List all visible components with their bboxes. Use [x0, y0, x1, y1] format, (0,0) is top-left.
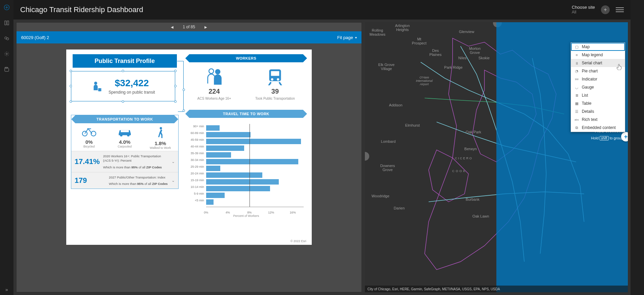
right-scroll-gutter	[631, 0, 644, 295]
chart-xlabel: Percent of Workers	[185, 214, 307, 218]
chart-category-label: 20-24 min	[185, 172, 204, 175]
report-page: Public Transit Profile $32,422 Spending …	[66, 50, 312, 245]
rail-add-icon[interactable]	[3, 3, 11, 11]
bicycle-icon	[81, 127, 97, 137]
menu-item-map-legend[interactable]: ≡Map legend	[571, 51, 625, 59]
map-label: Berwyn	[464, 147, 477, 151]
map-label: O'Hare International Airport	[416, 76, 433, 86]
map-label: Mt Prospect	[412, 37, 426, 45]
menu-item-map[interactable]: ▢Map	[571, 43, 625, 51]
chart-bar	[206, 199, 214, 205]
stat-row-2[interactable]: 179 2027 Public/Other Transportation: In…	[71, 172, 178, 189]
report-viewport[interactable]: Public Transit Profile $32,422 Spending …	[16, 43, 362, 292]
chart-bar	[206, 139, 301, 144]
chart-bar	[206, 145, 244, 151]
menu-item-table[interactable]: ▦Table	[571, 99, 625, 107]
car-label: Carpooled	[107, 145, 142, 148]
legend-icon: ≡	[574, 53, 579, 57]
svg-rect-3	[5, 21, 6, 25]
map-label: Burbank	[466, 197, 480, 201]
workers-row: 224 ACS Workers Age 16+ 39 Took Public T…	[185, 66, 307, 100]
map-label: Addison	[389, 103, 403, 107]
site-selector[interactable]: Choose site All	[572, 5, 595, 14]
menu-item-gauge[interactable]: ◡Gauge	[571, 83, 625, 91]
svg-point-9	[94, 82, 97, 85]
chart-bar	[206, 193, 225, 198]
expand-icon[interactable]: ⌄	[172, 159, 175, 164]
site-selector-label: Choose site	[572, 5, 595, 10]
map-label: COOK	[452, 170, 467, 173]
pager-prev-icon[interactable]: ◀	[171, 25, 174, 29]
fit-page-label: Fit page	[337, 35, 353, 40]
pie-chart-icon: ◔	[574, 69, 579, 73]
map-label: Niles	[458, 56, 466, 60]
svg-point-20	[215, 69, 221, 74]
map-label: Arlington Heights	[395, 24, 410, 32]
report-zip-label: 60029 (Golf) 2	[21, 35, 49, 40]
shift-hint: Hold shift to group	[591, 136, 623, 140]
map-icon: ▢	[574, 44, 579, 49]
spending-card: $32,422 Spending on public transit	[71, 71, 175, 101]
acs-value: 224	[197, 88, 231, 95]
expand-icon[interactable]: ⌄	[172, 178, 175, 183]
map-label: Des Plaines	[429, 48, 442, 57]
travel-time-header: TRAVEL TIME TO WORK	[189, 110, 303, 118]
list-icon: ≣	[574, 93, 579, 98]
map-attribution: City of Chicago, Esri, HERE, Garmin, Saf…	[365, 286, 628, 292]
report-pane: ◀ 1 of 85 ▶ 60029 (Golf) 2 Fit page ▾ Pu…	[16, 22, 362, 292]
left-nav-rail: »	[0, 0, 13, 295]
cursor-hand-icon	[616, 64, 622, 71]
rail-save-icon[interactable]	[3, 65, 11, 73]
menu-item-embedded-content[interactable]: ⧉Embedded content	[571, 124, 625, 132]
svg-point-18	[160, 127, 162, 129]
workers-header: WORKERS	[189, 54, 303, 62]
rail-theme-icon[interactable]	[3, 34, 11, 42]
menu-item-list[interactable]: ≣List	[571, 91, 625, 99]
rail-layout-icon[interactable]	[3, 19, 11, 27]
map-label: Oak Lawn	[472, 214, 489, 218]
app-header: Chicago Transit Ridership Dashboard Choo…	[13, 0, 631, 20]
fit-page-dropdown[interactable]: Fit page ▾	[337, 35, 357, 40]
map-label: Glenview	[459, 30, 474, 34]
rich-text-icon: abc	[574, 117, 579, 122]
menu-item-indicator[interactable]: 99!Indicator	[571, 75, 625, 83]
map-label: Morton Grove	[469, 46, 481, 55]
stat2-desc: 2027 Public/Other Transportation: Index …	[109, 175, 168, 186]
map-label: Park Ridge	[444, 65, 462, 69]
add-element-button[interactable]: +	[621, 132, 628, 141]
chart-bar	[206, 179, 279, 185]
pager-next-icon[interactable]: ▶	[204, 25, 207, 29]
chart-bar	[206, 152, 231, 158]
rail-expand-icon[interactable]: »	[5, 287, 8, 292]
menu-item-details[interactable]: ☰Details	[571, 107, 625, 116]
stat2-value: 179	[75, 176, 106, 185]
chart-xtick: 0%	[204, 211, 208, 214]
menu-item-rich-text[interactable]: abcRich text	[571, 116, 625, 124]
svg-point-15	[120, 134, 123, 137]
bike-label: Bicycled	[71, 145, 107, 148]
svg-point-6	[6, 38, 9, 40]
chart-bar	[206, 132, 251, 137]
add-element-menu: ▢Map ≡Map legend ⫼Serial chart ◔Pie char…	[571, 42, 625, 132]
chart-bar	[206, 172, 263, 178]
stat-row-1[interactable]: 17.41% 2020 Workers 16+: Public Transpor…	[71, 151, 178, 172]
page-title: Chicago Transit Ridership Dashboard	[20, 5, 143, 14]
transit-value: 39	[255, 88, 295, 95]
rail-settings-icon[interactable]	[3, 50, 11, 58]
embedded-icon: ⧉	[574, 125, 579, 130]
chart-category-label: <5 min	[185, 199, 204, 202]
chart-category-label: 60-89 min	[185, 131, 204, 135]
svg-rect-22	[271, 71, 279, 76]
train-icon	[266, 66, 285, 87]
map-pane: Rolling Meadows Arlington Heights Mt Pro…	[365, 22, 628, 292]
header-add-button[interactable]: +	[601, 5, 610, 14]
chart-category-label: 40-44 min	[185, 145, 204, 148]
indicator-icon: 99!	[574, 77, 579, 81]
map-label: Darien	[394, 206, 405, 210]
serial-chart-icon: ⫼	[574, 61, 579, 65]
header-menu-icon[interactable]	[616, 6, 624, 14]
svg-rect-4	[7, 21, 9, 25]
travel-time-chart: Percent of Workers 90+ min60-89 min45-59…	[185, 124, 307, 218]
car-icon	[116, 127, 133, 137]
chart-category-label: 35-39 min	[185, 152, 204, 155]
